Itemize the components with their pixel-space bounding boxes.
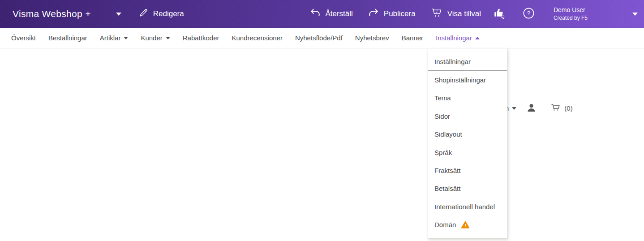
show-addons-button[interactable]: Visa tillval bbox=[431, 7, 481, 21]
topbar: Visma Webshop + Redigera Återställ Publi… bbox=[0, 0, 644, 28]
brand-logo: Visma Webshop + bbox=[13, 9, 91, 19]
menu-item-shopinstallningar[interactable]: Shopinställningar bbox=[428, 71, 507, 89]
admin-navbar: Översikt Beställningar Artiklar Kunder R… bbox=[0, 28, 644, 48]
pencil-icon bbox=[138, 8, 149, 20]
menu-item-tema[interactable]: Tema bbox=[428, 89, 507, 107]
menu-item-sidlayout[interactable]: Sidlayout bbox=[428, 125, 507, 143]
settings-dropdown-menu: Inställningar Shopinställningar Tema Sid… bbox=[428, 48, 507, 239]
menu-item-doman[interactable]: Domän bbox=[428, 216, 507, 234]
user-name: Demo User bbox=[554, 6, 585, 14]
undo-arrow-icon bbox=[309, 7, 321, 21]
menu-item-sprak[interactable]: Språk bbox=[428, 143, 507, 161]
help-button[interactable]: ? bbox=[523, 7, 535, 21]
warning-triangle-icon bbox=[461, 220, 470, 229]
nav-item-bestallningar[interactable]: Beställningar bbox=[48, 34, 87, 42]
svg-text:?: ? bbox=[527, 10, 531, 17]
feedback-button[interactable] bbox=[494, 7, 506, 21]
edit-button-label: Redigera bbox=[153, 9, 184, 18]
menu-item-betalsatt[interactable]: Betalsätt bbox=[428, 180, 507, 198]
shop-preview-header: n (0) bbox=[505, 102, 573, 114]
thumbs-feedback-icon bbox=[494, 7, 506, 21]
menu-item-sidor[interactable]: Sidor bbox=[428, 107, 507, 125]
nav-item-rabattkoder[interactable]: Rabattkoder bbox=[183, 34, 219, 42]
page-content: n (0) Inställningar Shopinställningar Te… bbox=[0, 48, 644, 241]
menu-item-fraktsatt[interactable]: Fraktsätt bbox=[428, 161, 507, 179]
edit-button[interactable]: Redigera bbox=[138, 8, 184, 20]
help-circle-icon: ? bbox=[523, 7, 535, 21]
cart-icon bbox=[431, 7, 443, 21]
user-menu[interactable]: Demo User Created by F5 bbox=[554, 6, 588, 22]
menu-item-internationell-handel[interactable]: Internationell handel bbox=[428, 198, 507, 215]
chevron-down-icon bbox=[166, 37, 170, 39]
nav-item-nyhetsbrev[interactable]: Nyhetsbrev bbox=[355, 34, 389, 42]
preview-cart-count: (0) bbox=[564, 104, 572, 112]
forward-arrow-icon bbox=[368, 7, 379, 21]
restore-button-label: Återställ bbox=[325, 9, 352, 18]
chevron-down-icon bbox=[124, 37, 128, 39]
chevron-up-icon bbox=[475, 37, 480, 39]
preview-cart-button[interactable]: (0) bbox=[550, 102, 572, 114]
menu-item-installningar[interactable]: Inställningar bbox=[428, 53, 507, 71]
nav-item-banner[interactable]: Banner bbox=[402, 34, 423, 42]
publish-button-label: Publicera bbox=[384, 9, 416, 18]
nav-item-kunder[interactable]: Kunder bbox=[141, 34, 170, 42]
preview-account-button[interactable] bbox=[526, 103, 537, 114]
nav-item-kundrecensioner[interactable]: Kundrecensioner bbox=[232, 34, 283, 42]
chevron-down-icon bbox=[512, 107, 516, 110]
user-chevron-down-icon[interactable] bbox=[632, 13, 638, 16]
nav-item-oversikt[interactable]: Översikt bbox=[11, 34, 36, 42]
nav-item-installningar[interactable]: Inställningar bbox=[436, 34, 480, 42]
person-icon bbox=[526, 103, 537, 114]
brand-chevron-down-icon[interactable] bbox=[116, 13, 121, 16]
publish-button[interactable]: Publicera bbox=[368, 7, 416, 21]
nav-item-nyhetsflode-pdf[interactable]: Nyhetsflöde/Pdf bbox=[295, 34, 343, 42]
restore-button[interactable]: Återställ bbox=[309, 7, 352, 21]
user-subtitle: Created by F5 bbox=[554, 14, 588, 22]
nav-item-artiklar[interactable]: Artiklar bbox=[100, 34, 129, 42]
show-addons-button-label: Visa tillval bbox=[447, 9, 481, 18]
cart-outline-icon bbox=[550, 102, 561, 114]
